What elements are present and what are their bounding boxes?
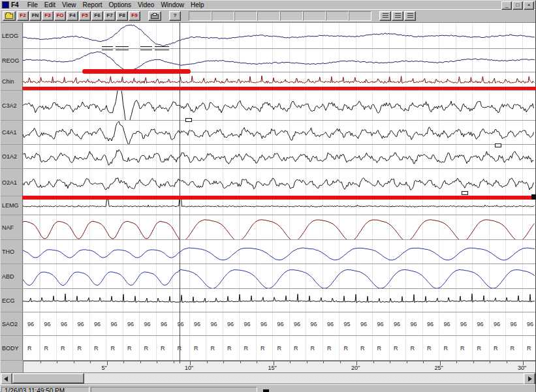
fkey-button-fo[interactable]: FO — [54, 11, 66, 21]
sao2-value: 96 — [27, 321, 34, 327]
fkey-button-f5[interactable]: F5 — [79, 11, 91, 21]
time-cursor[interactable] — [180, 23, 180, 363]
trace-o2a1[interactable] — [23, 169, 535, 196]
sao2-value: 96 — [527, 321, 533, 327]
window-controls: _ □ × — [501, 1, 534, 10]
trace-tho[interactable] — [23, 240, 535, 264]
trace-o1a2[interactable] — [23, 145, 535, 168]
channel-label-ecg: ECG — [1, 289, 23, 312]
toolbar-segment — [234, 11, 257, 21]
time-axis: 5"10"15"20"25"30" — [1, 361, 535, 373]
event-marker — [102, 46, 113, 50]
fkey-button-f2[interactable]: F2 — [17, 11, 29, 21]
channel-label-lemg: LEMG — [1, 196, 23, 215]
list-lines-icon — [395, 13, 401, 18]
body-position-value: R — [311, 345, 315, 352]
fkey-button-f9[interactable]: F9 — [129, 11, 140, 21]
axis-tick — [473, 361, 474, 363]
close-button[interactable]: × — [524, 1, 534, 10]
body-position-value: R — [127, 345, 132, 352]
view-button-3[interactable] — [404, 11, 416, 21]
axis-tick — [90, 361, 91, 363]
trace-ecg[interactable] — [23, 289, 535, 312]
sao2-value: 96 — [327, 321, 334, 327]
scrollbar-track[interactable] — [84, 373, 524, 384]
menu-window[interactable]: Window — [157, 1, 187, 8]
fkey-button-f6[interactable]: F6 — [91, 11, 103, 21]
fkey-button-f7[interactable]: F7 — [104, 11, 116, 21]
status-panel-2 — [91, 387, 257, 392]
body-position-value: R — [411, 345, 415, 352]
channel-label-tho: THO — [1, 240, 23, 264]
axis-tick — [223, 361, 224, 363]
channel-label-abd: ABD — [1, 264, 23, 288]
menu-edit[interactable]: Edit — [41, 1, 59, 8]
axis-tick-label: 30" — [518, 365, 526, 371]
waveform-tho — [23, 240, 535, 264]
channel-label-chin: Chin — [1, 72, 23, 90]
minimize-button[interactable]: _ — [501, 1, 512, 10]
axis-tick-label: 10" — [185, 365, 193, 371]
fkey-button-f3[interactable]: F3 — [42, 11, 54, 21]
fkey-button-f8[interactable]: F8 — [116, 11, 128, 21]
sao2-value: 96 — [511, 321, 517, 327]
trace-c4a1[interactable] — [23, 121, 535, 144]
channel-row-abd: ABD — [1, 264, 535, 289]
trace-body[interactable]: RRRRRRRRRRRRRRRRRRRRRRRRRRRRRRR — [23, 336, 535, 360]
waveform-ecg — [23, 289, 535, 312]
sao2-value: 96 — [178, 321, 184, 327]
maximize-button[interactable]: □ — [512, 1, 523, 10]
menu-options[interactable]: Options — [106, 1, 134, 8]
menu-report[interactable]: Report — [80, 1, 106, 8]
body-position-value: R — [194, 345, 198, 352]
body-position-value: R — [377, 345, 382, 352]
channel-label-o1a2: O1A2 — [1, 145, 23, 168]
body-position-value: R — [244, 345, 249, 352]
scroll-left-button[interactable] — [1, 373, 12, 385]
print-button[interactable] — [148, 11, 161, 21]
sao2-value: 96 — [44, 321, 51, 327]
arrow-left-icon — [4, 376, 8, 382]
trace-naf[interactable] — [23, 215, 535, 239]
open-button[interactable] — [3, 11, 16, 21]
axis-tick — [207, 361, 208, 363]
menu-video[interactable]: Video — [134, 1, 157, 8]
channel-label-sao2: SAO2 — [1, 312, 23, 335]
horizontal-scrollbar — [1, 373, 535, 384]
axis-tick-label: 20" — [351, 365, 360, 371]
view-button-1[interactable] — [379, 11, 391, 21]
fkey-button-f4[interactable]: F4 — [67, 11, 78, 21]
axis-tick — [390, 361, 390, 363]
axis-tick — [157, 361, 157, 363]
menu-file[interactable]: File — [24, 1, 41, 8]
body-position-value: R — [227, 345, 232, 352]
channel-row-o2a1: O2A1 — [1, 169, 535, 196]
body-position-value: R — [344, 345, 349, 352]
body-position-value: R — [360, 345, 365, 352]
help-button[interactable]: ? — [169, 11, 181, 21]
trace-c3a2[interactable] — [23, 91, 535, 120]
menu-items-slot: FileEditViewReportOptionsVideoWindowHelp — [24, 1, 208, 8]
trace-reog[interactable] — [23, 49, 535, 72]
fkey-button-fn[interactable]: FN — [29, 11, 41, 21]
toolbar: F2FNF3FOF4F5F6F7F8F9 ? — [1, 9, 535, 23]
sao2-value: 96 — [494, 321, 500, 327]
sao2-value: 96 — [411, 321, 417, 327]
sao2-value: 96 — [360, 321, 367, 327]
channel-label-o2a1: O2A1 — [1, 169, 23, 196]
sao2-value: 96 — [227, 321, 234, 327]
trace-leog[interactable] — [23, 23, 535, 48]
scrollbar-thumb[interactable] — [12, 373, 84, 384]
open-folder-icon — [5, 14, 13, 19]
event-marker — [116, 46, 129, 50]
trace-sao2[interactable]: 9696969696969696969696969696969696969695… — [23, 312, 535, 335]
view-button-2[interactable] — [392, 11, 403, 21]
scroll-right-button[interactable] — [524, 373, 535, 385]
channel-row-c3a2: C3A2 — [1, 91, 535, 121]
menu-view[interactable]: View — [59, 1, 80, 8]
sao2-value: 96 — [111, 321, 118, 327]
trace-abd[interactable] — [23, 264, 535, 288]
axis-gutter — [1, 361, 24, 372]
channel-label-leog: LEOG — [1, 23, 23, 48]
menu-help[interactable]: Help — [187, 1, 208, 8]
